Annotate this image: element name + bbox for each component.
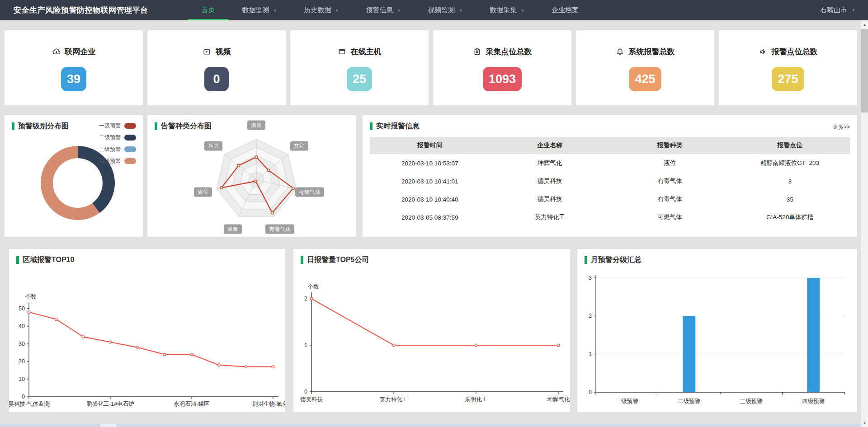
svg-text:坤辉气化: 坤辉气化 (547, 396, 570, 403)
panel-warning-level-distribution: 预警级别分布图 一级预警二级预警三级预警四级预警 (5, 115, 143, 237)
radar-axis-label: 其它 (290, 141, 308, 150)
region-label: 石嘴山市 (820, 6, 847, 14)
stat-card-value: 0 (204, 67, 229, 91)
nav-item-0[interactable]: 首页 (188, 0, 229, 20)
nav-item-3[interactable]: 预警信息▼ (352, 0, 414, 20)
monthly-warning-bar-chart: 0123一级预警二级预警三级预警四级预警 (577, 249, 857, 412)
chevron-down-icon: ▼ (335, 9, 339, 13)
svg-text:50: 50 (19, 305, 25, 312)
panel-title-text: 月预警分级汇总 (591, 255, 642, 265)
svg-text:20: 20 (19, 358, 25, 365)
radar-axis-label: 压力 (204, 141, 222, 150)
donut-legend: 一级预警二级预警三级预警四级预警 (99, 122, 136, 165)
panel-title-text: 实时报警信息 (376, 122, 420, 131)
legend-label: 二级预警 (99, 134, 121, 141)
stat-card-label: 采集点位总数 (486, 47, 532, 57)
scroll-down-button[interactable]: ▼ (861, 419, 868, 427)
panel-region-alarm-top10: 区域报警TOP10 01020304050个数昊科技-气体监测鹏盛化工-1#电石… (9, 249, 285, 412)
nav-item-label: 首页 (202, 6, 215, 14)
stat-card-4: 系统报警总数425 (576, 30, 714, 105)
svg-text:0: 0 (304, 389, 307, 395)
svg-text:0: 0 (22, 394, 25, 400)
table-cell: 2020-03-05 08:37:59 (370, 214, 490, 221)
nav-item-label: 数据监测 (242, 6, 269, 14)
table-cell: 2020-03-10 10:40:40 (370, 196, 490, 203)
table-cell: 液位 (610, 159, 730, 167)
svg-text:鹏盛化工-1#电石炉: 鹏盛化工-1#电石炉 (86, 401, 134, 407)
daily-alarm-top5-chart: 012个数德昊科技英力特化工东明化工坤辉气化 (293, 249, 570, 412)
legend-swatch (124, 158, 136, 164)
nav-item-5[interactable]: 数据采集▼ (476, 0, 538, 20)
svg-text:10: 10 (19, 376, 25, 382)
stat-card-label: 联网企业 (65, 47, 96, 57)
svg-text:40: 40 (19, 323, 25, 329)
legend-label: 四级预警 (99, 157, 121, 165)
nav-item-label: 历史数据 (304, 6, 331, 14)
svg-text:个数: 个数 (308, 284, 320, 290)
legend-item[interactable]: 三级预警 (99, 145, 136, 153)
radar-axis-label: 液位 (194, 187, 212, 197)
legend-label: 一级预警 (99, 122, 121, 130)
clipboard-icon (473, 47, 481, 56)
nav-item-label: 视频监测 (428, 6, 455, 14)
stat-card-0: 联网企业39 (5, 30, 143, 105)
radar-axis-label: 温度 (247, 121, 265, 130)
app-title: 安全生产风险预警防控物联网管理平台 (14, 5, 148, 15)
legend-item[interactable]: 一级预警 (99, 122, 136, 130)
panel-title: 日报警量TOP5公司 (301, 255, 369, 265)
nav-item-6[interactable]: 企业档案 (538, 0, 592, 20)
svg-text:个数: 个数 (25, 294, 37, 300)
stat-card-3: 采集点位总数1093 (433, 30, 571, 105)
bell-icon (616, 47, 624, 56)
panel-title: 月预警分级汇总 (585, 255, 642, 265)
speaker-icon (759, 47, 767, 56)
panel-monthly-warning-summary: 月预警分级汇总 0123一级预警二级预警三级预警四级预警 (577, 249, 857, 412)
nav-item-4[interactable]: 视频监测▼ (414, 0, 476, 20)
nav-menu: 首页数据监测▼历史数据▼预警信息▼视频监测▼数据采集▼企业档案 (188, 0, 593, 20)
table-cell: 3 (730, 178, 850, 185)
stat-card-label: 系统报警总数 (629, 47, 675, 57)
scroll-up-button[interactable]: ▲ (861, 20, 868, 28)
panel-title-text: 预警级别分布图 (18, 122, 69, 131)
title-marker (585, 256, 587, 264)
legend-item[interactable]: 四级预警 (99, 157, 136, 165)
alarm-column-header: 报警种类 (610, 141, 730, 150)
panel-daily-alarm-top5: 日报警量TOP5公司 012个数德昊科技英力特化工东明化工坤辉气化 (293, 249, 570, 412)
radar-axis-label: 有毒气体 (265, 225, 294, 234)
scrollbar-thumb[interactable] (861, 29, 868, 113)
legend-swatch (124, 135, 136, 141)
svg-text:东明化工: 东明化工 (465, 396, 487, 403)
svg-text:2: 2 (589, 313, 592, 319)
table-cell: 坤辉气化 (490, 159, 610, 167)
monitor-icon (338, 47, 346, 56)
table-row: 2020-03-05 08:37:59英力特化工可燃气体GIA-520单体贮槽 (370, 208, 850, 226)
region-selector[interactable]: 石嘴山市 ▼ (820, 6, 855, 14)
svg-text:30: 30 (19, 341, 25, 347)
table-row: 2020-03-10 10:53:07坤辉气化液位精醇南罐液位GT_203 (370, 154, 850, 172)
table-row: 2020-03-10 10:40:40德昊科技有毒气体35 (370, 190, 850, 208)
nav-item-1[interactable]: 数据监测▼ (229, 0, 291, 20)
table-cell: 2020-03-10 10:41:01 (370, 178, 490, 185)
stat-card-head: 采集点位总数 (473, 47, 532, 57)
panel-title-text: 区域报警TOP10 (23, 255, 74, 265)
table-cell: 有毒气体 (610, 195, 730, 203)
more-link[interactable]: 更多>> (833, 123, 850, 131)
table-cell: 精醇南罐液位GT_203 (730, 159, 850, 167)
nav-item-2[interactable]: 历史数据▼ (290, 0, 352, 20)
stat-card-head: 视频 (203, 47, 231, 57)
radar-axis-label: 可燃气体 (295, 187, 324, 197)
legend-item[interactable]: 二级预警 (99, 134, 136, 141)
next-section-edge (0, 424, 868, 427)
page-scrollbar[interactable]: ▲ ▼ (860, 20, 868, 427)
stat-card-value: 1093 (483, 67, 522, 91)
stat-card-value: 39 (61, 67, 86, 91)
panel-title-text: 日报警量TOP5公司 (307, 255, 369, 265)
panel-title: 区域报警TOP10 (16, 255, 74, 265)
svg-text:荆洪生物-氧化反: 荆洪生物-氧化反 (252, 401, 285, 407)
chevron-down-icon: ▼ (397, 9, 401, 13)
alarm-column-header: 企业名称 (490, 141, 610, 150)
legend-label: 三级预警 (99, 145, 121, 153)
title-marker (12, 122, 14, 130)
stat-card-1: 视频0 (147, 30, 286, 105)
table-cell: 英力特化工 (490, 213, 610, 221)
